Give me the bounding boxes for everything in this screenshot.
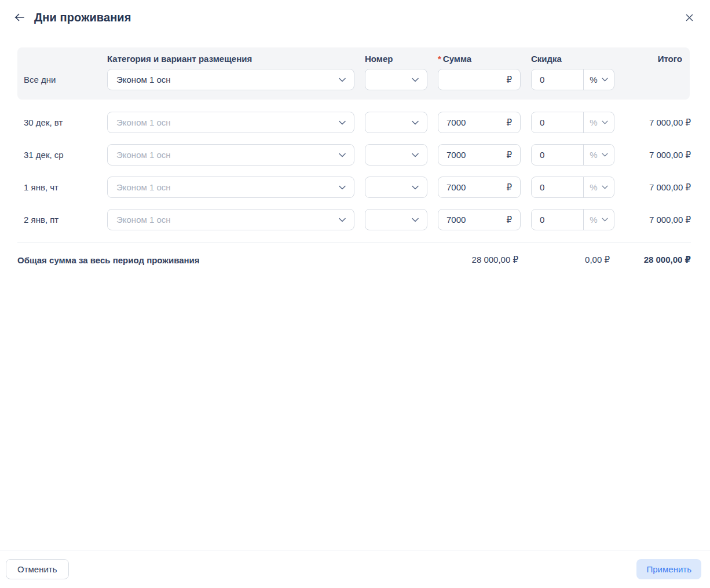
percent-sign: % — [590, 117, 597, 127]
row-total: 7 000,00 ₽ — [625, 150, 691, 160]
chevron-down-icon — [412, 120, 419, 125]
required-asterisk: * — [438, 54, 441, 64]
row-total: 7 000,00 ₽ — [625, 117, 691, 128]
close-button[interactable] — [685, 13, 694, 22]
column-header-room: Номер — [365, 54, 427, 64]
amount-value: 7000 — [447, 215, 466, 225]
chevron-down-icon — [412, 153, 419, 157]
amount-input[interactable]: 7000 ₽ — [438, 209, 521, 230]
close-icon — [686, 14, 693, 21]
column-header-amount: *Сумма — [438, 54, 521, 64]
modal-header: Дни проживания — [0, 0, 710, 24]
modal-content: Категория и вариант размещения Номер *Су… — [17, 47, 691, 265]
row-total: 7 000,00 ₽ — [625, 215, 691, 225]
chevron-down-icon — [602, 78, 608, 82]
percent-sign: % — [590, 150, 597, 160]
all-days-category-select[interactable]: Эконом 1 осн — [107, 69, 354, 90]
day-label: 1 янв, чт — [17, 182, 97, 192]
category-select[interactable]: Эконом 1 осн — [107, 209, 354, 230]
chevron-down-icon — [339, 218, 346, 222]
category-select-placeholder: Эконом 1 осн — [116, 117, 171, 127]
chevron-down-icon — [602, 120, 608, 124]
day-row: 30 дек, вт Эконом 1 осн 7000 ₽ 0 % — [17, 112, 691, 133]
amount-input[interactable]: 7000 ₽ — [438, 112, 521, 133]
day-row: 1 янв, чт Эконом 1 осн 7000 ₽ 0 % — [17, 177, 691, 198]
discount-value-input[interactable]: 0 — [532, 69, 583, 90]
discount-unit-select[interactable]: % — [583, 145, 614, 165]
summary-label: Общая сумма за весь период проживания — [17, 255, 472, 265]
discount-field: 0 % — [531, 112, 614, 133]
summary-grand-total: 28 000,00 ₽ — [610, 255, 691, 265]
room-select[interactable] — [365, 144, 427, 166]
row-total: 7 000,00 ₽ — [625, 182, 691, 193]
discount-value-input[interactable]: 0 — [532, 112, 583, 133]
room-select[interactable] — [365, 112, 427, 133]
days-of-stay-modal: Дни проживания Категория и вариант разме… — [0, 0, 710, 588]
all-days-row: Все дни Эконом 1 осн ₽ 0 % — [17, 69, 682, 90]
amount-value: 7000 — [447, 117, 466, 127]
percent-sign: % — [590, 182, 597, 192]
amount-value: 7000 — [447, 182, 466, 192]
summary-amount-total: 28 000,00 ₽ — [472, 255, 518, 265]
amount-input[interactable]: 7000 ₽ — [438, 144, 521, 166]
column-header-discount: Скидка — [531, 54, 614, 64]
room-select[interactable] — [365, 177, 427, 198]
chevron-down-icon — [339, 78, 346, 82]
ruble-sign: ₽ — [506, 150, 512, 160]
discount-unit-select[interactable]: % — [583, 112, 614, 133]
all-days-label: Все дни — [17, 75, 97, 84]
chevron-down-icon — [602, 185, 608, 189]
discount-unit-select[interactable]: % — [583, 210, 614, 230]
chevron-down-icon — [602, 153, 608, 157]
category-select-placeholder: Эконом 1 осн — [116, 215, 171, 225]
chevron-down-icon — [602, 218, 608, 222]
column-headers: Категория и вариант размещения Номер *Су… — [17, 54, 682, 64]
chevron-down-icon — [412, 78, 419, 82]
category-select[interactable]: Эконом 1 осн — [107, 177, 354, 198]
chevron-down-icon — [412, 185, 419, 190]
all-days-panel: Категория и вариант размещения Номер *Су… — [17, 47, 690, 100]
discount-field: 0 % — [531, 209, 614, 230]
all-days-room-select[interactable] — [365, 69, 427, 90]
discount-value-input[interactable]: 0 — [532, 210, 583, 230]
chevron-down-icon — [412, 218, 419, 222]
category-select-value: Эконом 1 осн — [116, 75, 171, 84]
category-select[interactable]: Эконом 1 осн — [107, 144, 354, 166]
arrow-left-icon — [14, 13, 24, 21]
category-select[interactable]: Эконом 1 осн — [107, 112, 354, 133]
category-select-placeholder: Эконом 1 осн — [116, 182, 171, 192]
percent-sign: % — [590, 75, 597, 84]
discount-field: 0 % — [531, 177, 614, 198]
discount-unit-select[interactable]: % — [583, 177, 614, 197]
category-select-placeholder: Эконом 1 осн — [116, 150, 171, 160]
day-label: 30 дек, вт — [17, 117, 97, 127]
ruble-sign: ₽ — [506, 215, 512, 225]
ruble-sign: ₽ — [506, 75, 512, 85]
discount-value-input[interactable]: 0 — [532, 177, 583, 197]
day-row: 31 дек, ср Эконом 1 осн 7000 ₽ 0 % — [17, 144, 691, 166]
all-days-amount-input[interactable]: ₽ — [438, 69, 521, 90]
cancel-button[interactable]: Отменить — [6, 559, 69, 579]
summary-row: Общая сумма за весь период проживания 28… — [17, 242, 691, 265]
chevron-down-icon — [339, 120, 346, 125]
percent-sign: % — [590, 215, 597, 225]
day-label: 31 дек, ср — [17, 150, 97, 160]
modal-footer: Отменить Применить — [0, 550, 710, 588]
day-rows: 30 дек, вт Эконом 1 осн 7000 ₽ 0 % — [17, 112, 691, 230]
apply-button[interactable]: Применить — [636, 559, 701, 579]
page-title: Дни проживания — [34, 11, 131, 24]
room-select[interactable] — [365, 209, 427, 230]
all-days-discount-field: 0 % — [531, 69, 614, 90]
column-header-total: Итого — [625, 54, 682, 64]
column-header-category: Категория и вариант размещения — [107, 54, 354, 64]
discount-unit-select[interactable]: % — [583, 69, 614, 90]
ruble-sign: ₽ — [506, 117, 512, 128]
amount-input[interactable]: 7000 ₽ — [438, 177, 521, 198]
discount-value-input[interactable]: 0 — [532, 145, 583, 165]
discount-field: 0 % — [531, 144, 614, 166]
chevron-down-icon — [339, 153, 346, 157]
ruble-sign: ₽ — [506, 182, 512, 193]
back-button[interactable] — [14, 13, 24, 22]
summary-discount-total: 0,00 ₽ — [518, 255, 610, 265]
day-row: 2 янв, пт Эконом 1 осн 7000 ₽ 0 % — [17, 209, 691, 230]
